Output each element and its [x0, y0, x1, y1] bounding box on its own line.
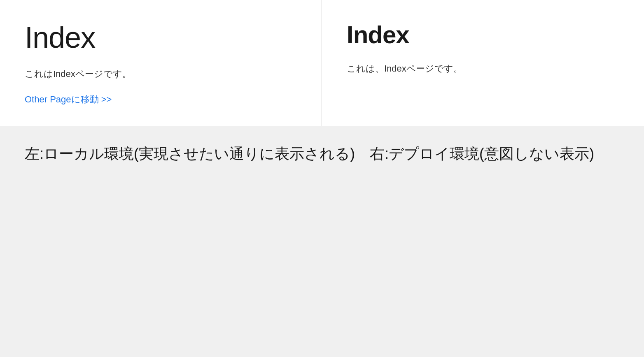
left-panel: Index これはIndexページです。 Other Pageに移動 >> — [0, 0, 322, 126]
comparison-panels: Index これはIndexページです。 Other Pageに移動 >> In… — [0, 0, 644, 126]
left-panel-title: Index — [25, 21, 297, 54]
bottom-caption-text: 左:ローカル環境(実現させたい通りに表示される) 右:デプロイ環境(意図しない表… — [25, 143, 619, 165]
right-panel: Index これは、Indexページです。 — [322, 0, 644, 126]
right-panel-title: Index — [347, 21, 619, 49]
other-page-link[interactable]: Other Pageに移動 >> — [25, 94, 112, 104]
bottom-caption-section: 左:ローカル環境(実現させたい通りに表示される) 右:デプロイ環境(意図しない表… — [0, 126, 644, 181]
left-panel-description: これはIndexページです。 — [25, 67, 297, 81]
right-panel-description: これは、Indexページです。 — [347, 61, 619, 76]
